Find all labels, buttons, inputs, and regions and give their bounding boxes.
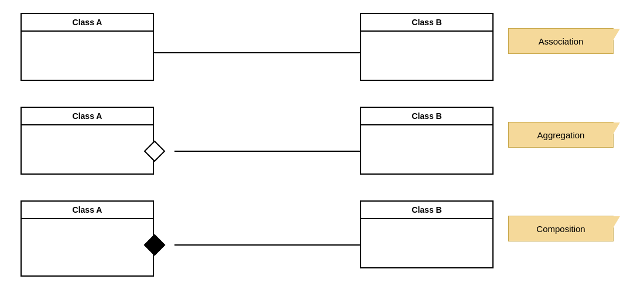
- class-b-row3-header: Class B: [361, 202, 492, 219]
- class-b-row2-body: [361, 125, 492, 173]
- class-b-row2: Class B: [360, 107, 494, 175]
- class-a-row3-header: Class A: [22, 202, 153, 219]
- aggregation-label: Aggregation: [508, 122, 614, 148]
- class-b-row2-header: Class B: [361, 108, 492, 125]
- class-b-row1-body: [361, 32, 492, 80]
- class-b-row1-header: Class B: [361, 14, 492, 32]
- class-b-row3: Class B: [360, 200, 494, 268]
- class-a-row2-body: [22, 125, 153, 173]
- composition-label: Composition: [508, 216, 614, 241]
- class-a-row2: Class A: [20, 107, 154, 175]
- class-a-row2-header: Class A: [22, 108, 153, 125]
- class-b-row1: Class B: [360, 13, 494, 81]
- association-label: Association: [508, 28, 614, 54]
- class-a-row1-body: [22, 32, 153, 80]
- diagram-area: Class A Class B Association Class A Clas…: [0, 0, 644, 303]
- class-a-row1: Class A: [20, 13, 154, 81]
- class-a-row3-body: [22, 219, 153, 275]
- class-a-row3: Class A: [20, 200, 154, 277]
- class-a-row1-header: Class A: [22, 14, 153, 32]
- class-b-row3-body: [361, 219, 492, 267]
